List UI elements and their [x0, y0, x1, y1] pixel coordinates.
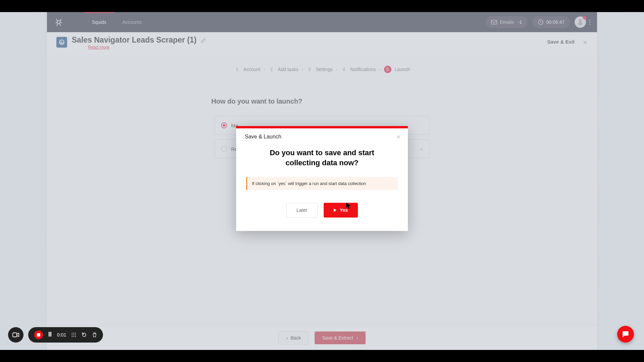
save-exit-link[interactable]: Save & Exit	[547, 39, 575, 45]
page-title: Sales Navigator Leads Scraper (1)	[72, 36, 197, 44]
modal-title: Do you want to save and start collecting…	[236, 142, 408, 170]
recorder-delete-button[interactable]	[92, 332, 97, 338]
camera-icon	[12, 333, 19, 337]
radio-unselected-icon	[221, 146, 227, 152]
save-launch-modal: Save & Launch × Do you want to save and …	[236, 126, 408, 231]
svg-point-0	[57, 20, 60, 23]
chevron-right-icon: ›	[264, 67, 265, 72]
notification-dot-icon	[583, 16, 586, 19]
mail-icon	[491, 20, 497, 24]
read-more-link[interactable]: Read more	[88, 45, 547, 50]
app-logo-icon[interactable]	[54, 17, 64, 27]
timer-value: 00:06:47	[546, 19, 565, 25]
window-frame-right	[597, 12, 644, 350]
modal-close-icon[interactable]: ×	[396, 133, 400, 141]
emails-pill[interactable]: Emails -1	[486, 16, 527, 28]
svg-point-11	[72, 336, 73, 337]
step-account[interactable]: 1Account	[234, 67, 261, 72]
nav-tab-accounts[interactable]: Accounts	[114, 12, 150, 32]
modal-accent-bar	[236, 126, 408, 128]
screen-recorder-bar: 0:01	[8, 327, 103, 343]
svg-rect-1	[491, 20, 497, 24]
wizard-stepper: 1Account › 2Add tasks › 3Settings › 4Not…	[47, 62, 597, 76]
save-extract-button[interactable]: Save & Extract›	[315, 331, 365, 344]
chevron-right-icon: ›	[379, 67, 381, 72]
radio-selected-icon	[221, 122, 227, 128]
expand-plus-icon[interactable]: +	[420, 146, 423, 152]
recorder-restart-button[interactable]	[82, 332, 87, 338]
clock-icon	[538, 19, 544, 25]
chevron-left-icon: ‹	[286, 335, 288, 341]
chevron-right-icon: ›	[336, 67, 337, 72]
recorder-camera-button[interactable]	[8, 327, 23, 343]
svg-rect-4	[13, 333, 17, 337]
modal-note: If clicking on `yes` will trigger a run …	[246, 177, 398, 190]
step-settings[interactable]: 3Settings	[307, 67, 333, 72]
launch-question: How do you want to launch?	[47, 98, 597, 105]
emails-label: Emails	[500, 19, 514, 25]
svg-point-12	[73, 336, 74, 337]
kebab-menu-icon[interactable]	[589, 20, 590, 25]
back-button[interactable]: ‹Back	[278, 331, 309, 345]
play-icon	[334, 208, 336, 212]
window-frame-left	[0, 12, 47, 350]
nav-tab-squids[interactable]: Squids	[84, 12, 114, 32]
svg-point-6	[73, 333, 74, 334]
bottom-bar: ‹Back Save & Extract›	[47, 325, 597, 350]
step-add-tasks[interactable]: 2Add tasks	[268, 67, 298, 72]
step-launch[interactable]: 5Launch	[384, 66, 410, 73]
svg-point-8	[72, 335, 73, 336]
recorder-time: 0:01	[57, 332, 66, 338]
recorder-stop-button[interactable]	[34, 330, 43, 339]
chevron-right-icon: ›	[302, 67, 303, 72]
step-notifications[interactable]: 4Notifications	[341, 67, 376, 72]
svg-point-10	[75, 335, 76, 336]
recorder-pause-button[interactable]	[48, 332, 52, 338]
avatar[interactable]	[575, 16, 586, 28]
scraper-app-icon	[56, 37, 67, 48]
svg-point-13	[75, 336, 76, 337]
emails-count: -1	[518, 19, 522, 25]
page-header: Sales Navigator Leads Scraper (1) Read m…	[47, 32, 597, 56]
yes-button[interactable]: Yes	[324, 203, 358, 218]
chat-fab[interactable]	[617, 326, 634, 343]
svg-point-7	[75, 333, 76, 334]
timer-pill[interactable]: 00:06:47	[532, 16, 570, 28]
top-nav: Squids Accounts Emails -1 00:06:47	[47, 12, 597, 32]
edit-pencil-icon[interactable]	[201, 38, 206, 45]
modal-header: Save & Launch	[245, 134, 281, 139]
later-button[interactable]: Later	[286, 203, 318, 218]
stop-icon	[37, 333, 40, 337]
svg-point-9	[73, 335, 74, 336]
close-icon[interactable]: ✕	[583, 39, 588, 46]
recorder-grid-button[interactable]	[71, 333, 76, 337]
svg-point-5	[72, 333, 73, 334]
chat-icon	[621, 330, 630, 339]
chevron-right-icon: ›	[357, 335, 358, 341]
